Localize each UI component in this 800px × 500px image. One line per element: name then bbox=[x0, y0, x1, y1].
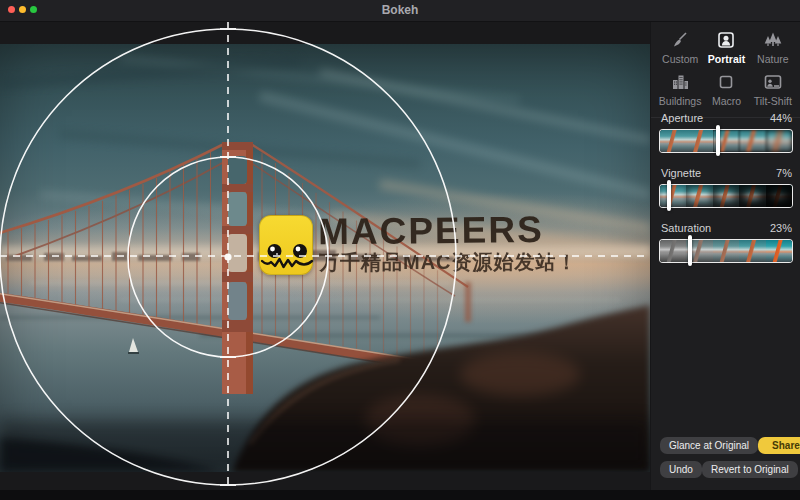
slider-label: Aperture bbox=[661, 112, 703, 124]
vignette-slider-group: Vignette 7% bbox=[651, 167, 800, 208]
portrait-icon bbox=[716, 30, 736, 50]
vignette-filmstrip-slider[interactable] bbox=[659, 184, 793, 208]
preset-portrait[interactable]: Portrait bbox=[703, 30, 749, 65]
window-bottom-edge bbox=[0, 490, 800, 500]
sailboat bbox=[128, 338, 139, 354]
bridge-tower bbox=[222, 142, 253, 394]
aperture-slider-group: Aperture 44% bbox=[651, 112, 800, 153]
preset-label: Buildings bbox=[659, 95, 702, 107]
preset-label: Custom bbox=[662, 53, 698, 65]
slider-value: 23% bbox=[770, 222, 792, 234]
revert-to-original-button[interactable]: Revert to Original bbox=[702, 461, 798, 478]
window-title: Bokeh bbox=[0, 0, 800, 22]
watermark-title: MACPEERS bbox=[318, 209, 578, 254]
preset-label: Tilt-Shift bbox=[754, 95, 792, 107]
saturation-slider-handle[interactable] bbox=[688, 235, 692, 266]
aperture-slider-handle[interactable] bbox=[716, 125, 720, 156]
slider-label: Saturation bbox=[661, 222, 711, 234]
saturation-filmstrip-slider[interactable] bbox=[659, 239, 793, 263]
buildings-icon bbox=[670, 72, 690, 92]
preset-label: Nature bbox=[757, 53, 789, 65]
preset-grid: Custom Portrait bbox=[651, 22, 800, 118]
preset-label: Portrait bbox=[708, 53, 745, 65]
controls-panel: Custom Portrait bbox=[650, 22, 800, 490]
editor-canvas[interactable]: MACPEERS 万千精品MAC资源始发站！ bbox=[0, 22, 650, 490]
macpeers-logo-icon bbox=[259, 215, 313, 275]
preset-custom[interactable]: Custom bbox=[657, 30, 703, 65]
aperture-filmstrip-slider[interactable] bbox=[659, 129, 793, 153]
slider-value: 44% bbox=[770, 112, 792, 124]
title-bar: Bokeh bbox=[0, 0, 800, 22]
brush-icon bbox=[670, 30, 690, 50]
photo-golden-gate: MACPEERS 万千精品MAC资源始发站！ bbox=[0, 44, 650, 472]
action-buttons: Glance at Original Share Undo Revert to … bbox=[651, 437, 800, 478]
tilt-shift-icon bbox=[763, 72, 783, 92]
preset-macro[interactable]: Macro bbox=[703, 72, 749, 107]
macro-square-icon bbox=[716, 72, 736, 92]
vignette-slider-handle[interactable] bbox=[667, 180, 671, 211]
glance-at-original-button[interactable]: Glance at Original bbox=[660, 437, 758, 454]
preset-buildings[interactable]: Buildings bbox=[657, 72, 703, 107]
trees-icon bbox=[763, 30, 783, 50]
saturation-slider-group: Saturation 23% bbox=[651, 222, 800, 263]
slider-value: 7% bbox=[776, 167, 792, 179]
adjustment-sliders: Aperture 44% Vignette 7% bbox=[651, 112, 800, 277]
undo-button[interactable]: Undo bbox=[660, 461, 702, 478]
watermark-subtitle: 万千精品MAC资源始发站！ bbox=[319, 249, 579, 276]
preset-label: Macro bbox=[712, 95, 741, 107]
preset-nature[interactable]: Nature bbox=[750, 30, 796, 65]
preset-tilt-shift[interactable]: Tilt-Shift bbox=[750, 72, 796, 107]
share-button[interactable]: Share bbox=[758, 437, 800, 454]
app-window: Bokeh bbox=[0, 0, 800, 500]
slider-label: Vignette bbox=[661, 167, 701, 179]
foreground-hill bbox=[0, 305, 650, 472]
